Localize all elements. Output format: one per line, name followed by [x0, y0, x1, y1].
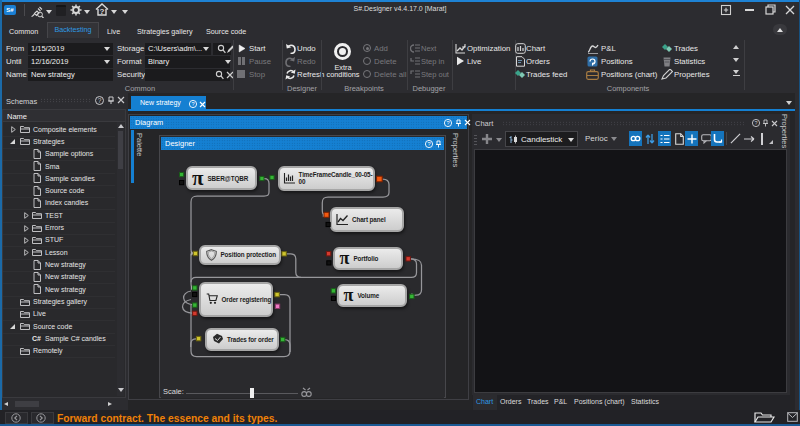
svg-text:?: ? [98, 97, 102, 104]
svg-text:?: ? [191, 101, 194, 107]
svg-text:?: ? [100, 7, 105, 16]
svg-text:?: ? [427, 141, 430, 147]
svg-text:?: ? [446, 120, 449, 126]
svg-text:?: ? [754, 120, 757, 126]
